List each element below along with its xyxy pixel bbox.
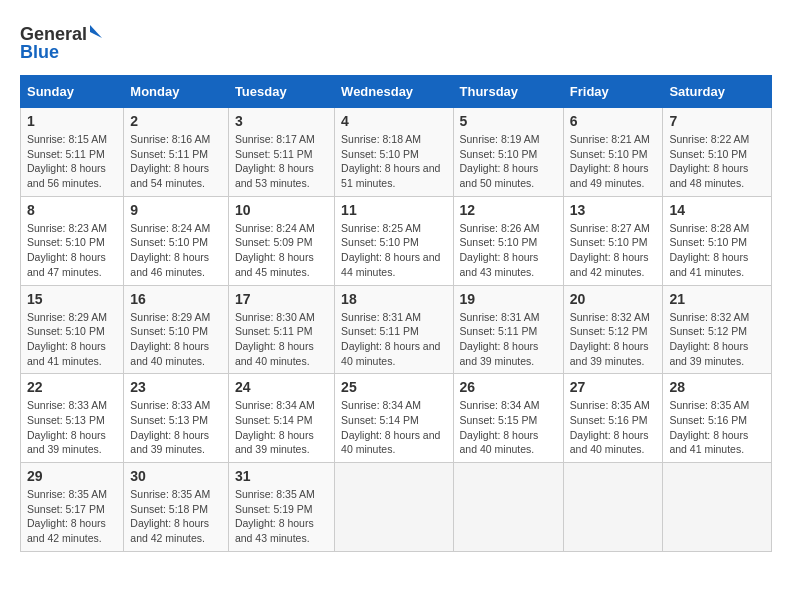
day-info: Sunrise: 8:31 AMSunset: 5:11 PMDaylight:…	[341, 311, 440, 367]
calendar-day-cell: 4 Sunrise: 8:18 AMSunset: 5:10 PMDayligh…	[335, 108, 453, 197]
day-info: Sunrise: 8:35 AMSunset: 5:16 PMDaylight:…	[570, 399, 650, 455]
day-number: 20	[570, 291, 657, 307]
day-info: Sunrise: 8:26 AMSunset: 5:10 PMDaylight:…	[460, 222, 540, 278]
day-number: 21	[669, 291, 765, 307]
calendar-day-cell: 10 Sunrise: 8:24 AMSunset: 5:09 PMDaylig…	[228, 196, 334, 285]
calendar-day-cell	[335, 463, 453, 552]
calendar-day-cell: 13 Sunrise: 8:27 AMSunset: 5:10 PMDaylig…	[563, 196, 663, 285]
day-number: 3	[235, 113, 328, 129]
day-number: 23	[130, 379, 222, 395]
calendar-day-cell: 7 Sunrise: 8:22 AMSunset: 5:10 PMDayligh…	[663, 108, 772, 197]
day-number: 7	[669, 113, 765, 129]
day-number: 8	[27, 202, 117, 218]
day-number: 24	[235, 379, 328, 395]
calendar-day-cell: 21 Sunrise: 8:32 AMSunset: 5:12 PMDaylig…	[663, 285, 772, 374]
calendar-day-header: Saturday	[663, 76, 772, 108]
calendar-day-cell: 29 Sunrise: 8:35 AMSunset: 5:17 PMDaylig…	[21, 463, 124, 552]
day-info: Sunrise: 8:34 AMSunset: 5:15 PMDaylight:…	[460, 399, 540, 455]
svg-text:General: General	[20, 24, 87, 44]
day-number: 29	[27, 468, 117, 484]
calendar-day-cell: 28 Sunrise: 8:35 AMSunset: 5:16 PMDaylig…	[663, 374, 772, 463]
logo: General Blue	[20, 20, 110, 65]
day-number: 13	[570, 202, 657, 218]
day-info: Sunrise: 8:35 AMSunset: 5:19 PMDaylight:…	[235, 488, 315, 544]
calendar-day-header: Monday	[124, 76, 229, 108]
calendar-day-header: Friday	[563, 76, 663, 108]
day-number: 2	[130, 113, 222, 129]
day-info: Sunrise: 8:33 AMSunset: 5:13 PMDaylight:…	[130, 399, 210, 455]
day-number: 19	[460, 291, 557, 307]
calendar-day-cell: 16 Sunrise: 8:29 AMSunset: 5:10 PMDaylig…	[124, 285, 229, 374]
calendar-day-header: Wednesday	[335, 76, 453, 108]
calendar-day-cell: 25 Sunrise: 8:34 AMSunset: 5:14 PMDaylig…	[335, 374, 453, 463]
calendar-day-cell: 2 Sunrise: 8:16 AMSunset: 5:11 PMDayligh…	[124, 108, 229, 197]
calendar-day-cell: 22 Sunrise: 8:33 AMSunset: 5:13 PMDaylig…	[21, 374, 124, 463]
day-number: 25	[341, 379, 446, 395]
day-number: 5	[460, 113, 557, 129]
calendar-week-row: 15 Sunrise: 8:29 AMSunset: 5:10 PMDaylig…	[21, 285, 772, 374]
day-number: 31	[235, 468, 328, 484]
day-info: Sunrise: 8:33 AMSunset: 5:13 PMDaylight:…	[27, 399, 107, 455]
day-info: Sunrise: 8:19 AMSunset: 5:10 PMDaylight:…	[460, 133, 540, 189]
calendar-day-cell: 5 Sunrise: 8:19 AMSunset: 5:10 PMDayligh…	[453, 108, 563, 197]
day-number: 17	[235, 291, 328, 307]
calendar-day-cell: 27 Sunrise: 8:35 AMSunset: 5:16 PMDaylig…	[563, 374, 663, 463]
day-number: 9	[130, 202, 222, 218]
day-number: 15	[27, 291, 117, 307]
calendar-day-cell: 20 Sunrise: 8:32 AMSunset: 5:12 PMDaylig…	[563, 285, 663, 374]
day-info: Sunrise: 8:29 AMSunset: 5:10 PMDaylight:…	[27, 311, 107, 367]
calendar-day-cell: 14 Sunrise: 8:28 AMSunset: 5:10 PMDaylig…	[663, 196, 772, 285]
day-number: 1	[27, 113, 117, 129]
day-number: 16	[130, 291, 222, 307]
day-info: Sunrise: 8:30 AMSunset: 5:11 PMDaylight:…	[235, 311, 315, 367]
calendar-week-row: 22 Sunrise: 8:33 AMSunset: 5:13 PMDaylig…	[21, 374, 772, 463]
day-number: 10	[235, 202, 328, 218]
calendar-day-header: Sunday	[21, 76, 124, 108]
calendar-day-cell	[563, 463, 663, 552]
day-info: Sunrise: 8:24 AMSunset: 5:09 PMDaylight:…	[235, 222, 315, 278]
day-number: 27	[570, 379, 657, 395]
day-info: Sunrise: 8:29 AMSunset: 5:10 PMDaylight:…	[130, 311, 210, 367]
calendar-day-cell: 26 Sunrise: 8:34 AMSunset: 5:15 PMDaylig…	[453, 374, 563, 463]
day-info: Sunrise: 8:22 AMSunset: 5:10 PMDaylight:…	[669, 133, 749, 189]
calendar-day-cell: 23 Sunrise: 8:33 AMSunset: 5:13 PMDaylig…	[124, 374, 229, 463]
day-number: 14	[669, 202, 765, 218]
calendar-day-cell: 24 Sunrise: 8:34 AMSunset: 5:14 PMDaylig…	[228, 374, 334, 463]
day-number: 12	[460, 202, 557, 218]
day-info: Sunrise: 8:31 AMSunset: 5:11 PMDaylight:…	[460, 311, 540, 367]
day-info: Sunrise: 8:32 AMSunset: 5:12 PMDaylight:…	[570, 311, 650, 367]
calendar-week-row: 29 Sunrise: 8:35 AMSunset: 5:17 PMDaylig…	[21, 463, 772, 552]
day-info: Sunrise: 8:34 AMSunset: 5:14 PMDaylight:…	[235, 399, 315, 455]
day-number: 30	[130, 468, 222, 484]
day-number: 6	[570, 113, 657, 129]
day-info: Sunrise: 8:35 AMSunset: 5:16 PMDaylight:…	[669, 399, 749, 455]
day-info: Sunrise: 8:32 AMSunset: 5:12 PMDaylight:…	[669, 311, 749, 367]
calendar-day-cell	[453, 463, 563, 552]
day-info: Sunrise: 8:34 AMSunset: 5:14 PMDaylight:…	[341, 399, 440, 455]
day-number: 22	[27, 379, 117, 395]
svg-marker-2	[90, 25, 102, 38]
calendar-day-header: Thursday	[453, 76, 563, 108]
calendar-day-cell: 30 Sunrise: 8:35 AMSunset: 5:18 PMDaylig…	[124, 463, 229, 552]
day-info: Sunrise: 8:18 AMSunset: 5:10 PMDaylight:…	[341, 133, 440, 189]
day-number: 4	[341, 113, 446, 129]
calendar-day-cell: 6 Sunrise: 8:21 AMSunset: 5:10 PMDayligh…	[563, 108, 663, 197]
calendar-day-cell: 17 Sunrise: 8:30 AMSunset: 5:11 PMDaylig…	[228, 285, 334, 374]
day-number: 26	[460, 379, 557, 395]
calendar-day-cell: 19 Sunrise: 8:31 AMSunset: 5:11 PMDaylig…	[453, 285, 563, 374]
calendar-day-header: Tuesday	[228, 76, 334, 108]
day-number: 11	[341, 202, 446, 218]
svg-text:Blue: Blue	[20, 42, 59, 62]
day-info: Sunrise: 8:21 AMSunset: 5:10 PMDaylight:…	[570, 133, 650, 189]
day-info: Sunrise: 8:27 AMSunset: 5:10 PMDaylight:…	[570, 222, 650, 278]
day-number: 18	[341, 291, 446, 307]
calendar-day-cell	[663, 463, 772, 552]
day-info: Sunrise: 8:23 AMSunset: 5:10 PMDaylight:…	[27, 222, 107, 278]
calendar-day-cell: 9 Sunrise: 8:24 AMSunset: 5:10 PMDayligh…	[124, 196, 229, 285]
day-info: Sunrise: 8:35 AMSunset: 5:17 PMDaylight:…	[27, 488, 107, 544]
calendar-day-cell: 12 Sunrise: 8:26 AMSunset: 5:10 PMDaylig…	[453, 196, 563, 285]
calendar-day-cell: 1 Sunrise: 8:15 AMSunset: 5:11 PMDayligh…	[21, 108, 124, 197]
calendar-day-cell: 18 Sunrise: 8:31 AMSunset: 5:11 PMDaylig…	[335, 285, 453, 374]
day-info: Sunrise: 8:25 AMSunset: 5:10 PMDaylight:…	[341, 222, 440, 278]
day-info: Sunrise: 8:15 AMSunset: 5:11 PMDaylight:…	[27, 133, 107, 189]
